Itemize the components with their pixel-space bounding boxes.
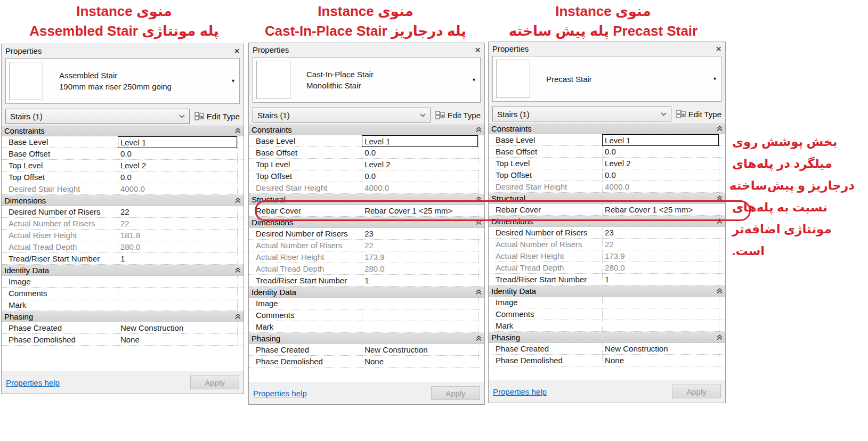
- section-header[interactable]: Identity Data: [489, 285, 725, 297]
- type-dropdown-arrow-icon[interactable]: ▼: [472, 77, 476, 83]
- close-icon[interactable]: ×: [716, 44, 721, 54]
- type-dropdown-arrow-icon[interactable]: ▼: [712, 76, 717, 81]
- apply-button[interactable]: Apply: [431, 386, 480, 400]
- property-value[interactable]: [362, 309, 478, 321]
- edit-type-button[interactable]: Edit Type: [676, 110, 721, 119]
- property-value[interactable]: 22: [118, 218, 237, 230]
- property-value[interactable]: 0.0: [118, 148, 237, 160]
- property-value[interactable]: [602, 297, 719, 308]
- collapse-chevron-icon[interactable]: [476, 289, 482, 295]
- property-value[interactable]: Level 2: [118, 160, 237, 172]
- collapse-chevron-icon[interactable]: [235, 198, 241, 203]
- collapse-chevron-icon[interactable]: [476, 336, 482, 341]
- section-header[interactable]: Phasing: [489, 332, 725, 343]
- collapse-chevron-icon[interactable]: [717, 288, 723, 294]
- property-value[interactable]: Level 1: [602, 134, 719, 146]
- type-selector[interactable]: Cast-In-Place Stair Monolithic Stair ▼: [253, 57, 481, 103]
- type-selector[interactable]: Assembled Stair 190mm max riser 250mm go…: [5, 58, 240, 104]
- section-header[interactable]: Dimensions: [2, 195, 244, 206]
- property-value[interactable]: New Construction: [118, 322, 237, 334]
- edit-type-button[interactable]: Edit Type: [435, 111, 481, 120]
- property-value[interactable]: 4000.0: [118, 183, 237, 195]
- property-value[interactable]: Level 1: [362, 135, 478, 147]
- collapse-chevron-icon[interactable]: [235, 267, 241, 273]
- property-value[interactable]: [118, 288, 237, 299]
- property-value[interactable]: 173.9: [362, 251, 478, 263]
- property-value[interactable]: Rebar Cover 1 <25 mm>: [362, 205, 478, 217]
- property-value[interactable]: 22: [362, 240, 478, 251]
- section-header[interactable]: Constraints: [489, 123, 725, 134]
- property-value[interactable]: 1: [118, 253, 237, 265]
- property-value[interactable]: 280.0: [118, 241, 237, 253]
- instance-filter-dropdown[interactable]: Stairs (1): [5, 109, 190, 124]
- panel-heading: منوی Instance پله مونتاژی Assembled Stai…: [4, 2, 244, 41]
- property-value[interactable]: [118, 299, 237, 311]
- property-value[interactable]: 181.8: [118, 230, 237, 241]
- collapse-chevron-icon[interactable]: [717, 126, 723, 132]
- collapse-chevron-icon[interactable]: [235, 314, 241, 320]
- property-value[interactable]: New Construction: [602, 343, 719, 355]
- property-value[interactable]: [602, 308, 719, 320]
- section-header[interactable]: Identity Data: [249, 287, 484, 298]
- close-icon[interactable]: ×: [475, 45, 481, 55]
- collapse-chevron-icon[interactable]: [717, 334, 723, 340]
- property-value[interactable]: 0.0: [118, 172, 237, 183]
- property-value[interactable]: 22: [602, 239, 719, 250]
- property-value[interactable]: None: [602, 355, 719, 366]
- section-header[interactable]: Dimensions: [489, 216, 725, 227]
- properties-help-link[interactable]: Properties help: [493, 387, 547, 396]
- type-dropdown-arrow-icon[interactable]: ▼: [231, 78, 236, 84]
- apply-button[interactable]: Apply: [190, 375, 239, 389]
- property-value[interactable]: 0.0: [602, 169, 719, 181]
- collapse-chevron-icon[interactable]: [235, 128, 241, 134]
- edit-type-button[interactable]: Edit Type: [194, 112, 240, 121]
- property-value[interactable]: [362, 298, 478, 309]
- property-value[interactable]: Level 2: [362, 159, 478, 170]
- property-value[interactable]: 173.9: [602, 250, 719, 262]
- properties-help-link[interactable]: Properties help: [253, 389, 307, 398]
- close-icon[interactable]: ×: [234, 46, 240, 56]
- collapse-chevron-icon[interactable]: [476, 127, 482, 133]
- instance-filter-dropdown[interactable]: Stairs (1): [492, 107, 671, 121]
- property-value[interactable]: 1: [602, 274, 719, 285]
- property-value[interactable]: 0.0: [362, 147, 478, 159]
- property-section: Structural Rebar Cover Rebar Cover 1 <25…: [489, 193, 725, 216]
- property-value[interactable]: 22: [118, 206, 237, 218]
- property-value[interactable]: 4000.0: [362, 182, 478, 194]
- section-header[interactable]: Phasing: [249, 333, 484, 344]
- property-value[interactable]: 280.0: [602, 262, 719, 274]
- property-value[interactable]: None: [362, 356, 478, 368]
- property-label: Actual Riser Height: [489, 250, 602, 262]
- section-header[interactable]: Dimensions: [249, 217, 484, 228]
- property-value[interactable]: 23: [362, 228, 478, 240]
- property-value[interactable]: Level 2: [602, 158, 719, 169]
- side-annotation-line: نسبت به پله‌های: [732, 197, 855, 218]
- collapse-chevron-icon[interactable]: [476, 219, 482, 225]
- property-value[interactable]: 0.0: [362, 170, 478, 182]
- section-header[interactable]: Constraints: [2, 125, 244, 136]
- collapse-chevron-icon[interactable]: [717, 218, 723, 224]
- property-value[interactable]: Rebar Cover 1 <25 mm>: [602, 204, 719, 216]
- property-value[interactable]: [118, 276, 237, 288]
- instance-filter-dropdown[interactable]: Stairs (1): [253, 108, 431, 123]
- section-header[interactable]: Structural: [489, 193, 725, 204]
- property-value[interactable]: 0.0: [602, 146, 719, 158]
- collapse-chevron-icon[interactable]: [476, 197, 482, 202]
- section-header[interactable]: Constraints: [249, 124, 484, 135]
- property-value[interactable]: New Construction: [362, 344, 478, 356]
- collapse-chevron-icon[interactable]: [717, 195, 723, 201]
- section-header[interactable]: Structural: [249, 194, 484, 205]
- section-header[interactable]: Phasing: [2, 311, 244, 322]
- property-value[interactable]: 23: [602, 227, 719, 239]
- property-value[interactable]: [602, 320, 719, 332]
- property-value[interactable]: Level 1: [118, 136, 237, 148]
- property-value[interactable]: 1: [362, 275, 478, 287]
- apply-button[interactable]: Apply: [672, 385, 721, 398]
- section-header[interactable]: Identity Data: [2, 265, 244, 276]
- property-value[interactable]: None: [118, 334, 237, 346]
- property-value[interactable]: [362, 321, 478, 333]
- property-value[interactable]: 4000.0: [602, 181, 719, 193]
- type-selector[interactable]: Precast Stair ▼: [492, 56, 721, 102]
- properties-help-link[interactable]: Properties help: [6, 378, 60, 387]
- property-value[interactable]: 280.0: [362, 263, 478, 275]
